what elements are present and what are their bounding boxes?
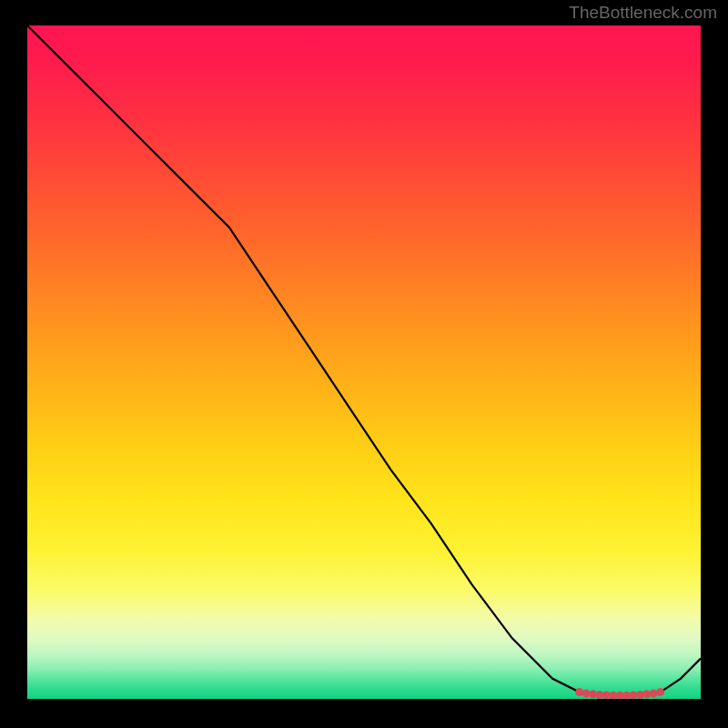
marker-dot: [656, 688, 664, 696]
chart-marker-series: [575, 688, 664, 699]
chart-line-series: [27, 25, 701, 695]
chart-svg: [27, 25, 701, 699]
marker-dot: [650, 690, 658, 698]
marker-dot: [575, 688, 583, 696]
curve-path: [27, 25, 701, 695]
watermark-text: TheBottleneck.com: [569, 3, 717, 23]
